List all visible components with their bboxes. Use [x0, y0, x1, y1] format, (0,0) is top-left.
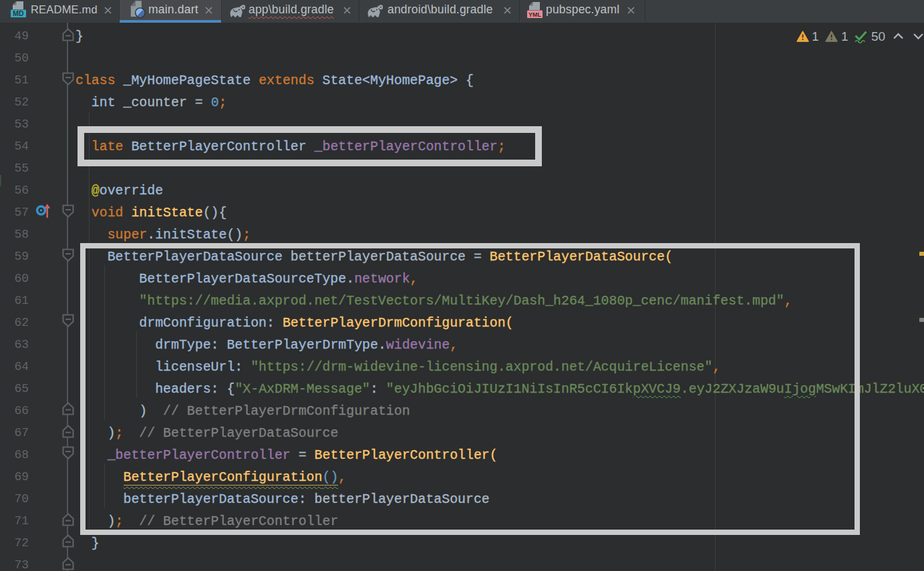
svg-text:YML: YML: [528, 11, 542, 18]
svg-text:MD: MD: [13, 9, 24, 17]
